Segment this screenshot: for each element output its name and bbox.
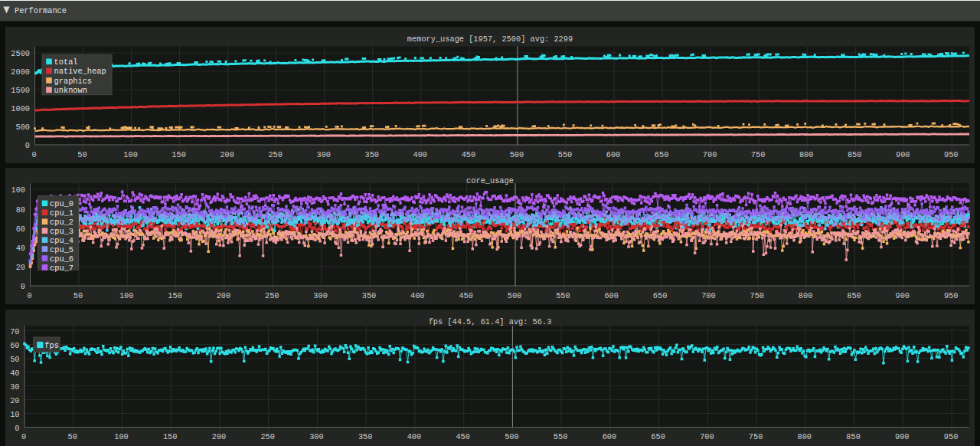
svg-text:unknown: unknown [54,86,87,95]
svg-text:50: 50 [10,355,19,364]
svg-text:40: 40 [10,369,19,378]
svg-text:900: 900 [896,150,910,159]
svg-text:100: 100 [119,291,134,300]
svg-text:200: 200 [212,432,227,441]
svg-text:550: 550 [556,291,570,300]
svg-text:350: 350 [365,150,380,159]
svg-text:200: 200 [217,291,231,300]
svg-text:200: 200 [220,150,234,159]
svg-text:1500: 1500 [11,86,30,95]
svg-text:850: 850 [846,432,861,441]
svg-text:750: 750 [749,432,763,441]
svg-text:150: 150 [172,150,186,159]
svg-text:650: 650 [651,432,665,441]
svg-text:core_usage: core_usage [466,176,514,185]
svg-text:800: 800 [799,150,814,159]
svg-text:400: 400 [407,432,422,441]
svg-text:0: 0 [21,432,26,441]
svg-text:40: 40 [16,244,25,253]
svg-text:2000: 2000 [11,67,30,77]
svg-text:600: 600 [604,291,619,300]
svg-text:memory_usage [1957, 2500] avg:: memory_usage [1957, 2500] avg: 2299 [407,34,573,44]
svg-text:850: 850 [848,150,862,159]
svg-text:cpu_7: cpu_7 [50,264,74,273]
svg-text:20: 20 [16,263,25,272]
svg-text:300: 300 [309,432,324,441]
svg-text:750: 750 [750,291,765,300]
svg-text:0: 0 [27,291,31,300]
svg-text:300: 300 [317,150,332,159]
svg-text:30: 30 [10,382,19,392]
svg-text:fps [44.5, 61.4] avg: 56.3: fps [44.5, 61.4] avg: 56.3 [429,317,552,326]
svg-text:550: 550 [558,150,573,159]
svg-text:100: 100 [114,432,129,441]
svg-text:60: 60 [16,225,25,234]
svg-text:cpu_3: cpu_3 [50,227,74,236]
svg-text:cpu_2: cpu_2 [50,218,74,227]
svg-text:800: 800 [798,432,812,441]
svg-text:950: 950 [944,150,959,159]
svg-text:400: 400 [413,150,428,159]
svg-text:450: 450 [459,291,473,300]
svg-text:cpu_4: cpu_4 [50,236,74,245]
svg-text:900: 900 [895,432,910,441]
svg-text:2500: 2500 [11,49,30,58]
svg-text:0: 0 [21,282,25,291]
svg-text:750: 750 [751,150,766,159]
svg-text:150: 150 [168,291,182,300]
svg-text:600: 600 [603,432,617,441]
svg-text:450: 450 [456,432,470,441]
svg-text:10: 10 [10,410,19,419]
svg-text:80: 80 [16,205,25,215]
svg-text:cpu_6: cpu_6 [50,254,74,264]
svg-text:650: 650 [653,291,668,300]
svg-text:700: 700 [703,150,717,159]
svg-text:650: 650 [655,150,669,159]
svg-text:700: 700 [700,432,714,441]
svg-text:250: 250 [260,432,275,441]
svg-text:fps: fps [44,341,59,350]
svg-text:850: 850 [847,291,861,300]
svg-text:total: total [54,57,78,67]
svg-text:70: 70 [10,327,19,336]
svg-text:20: 20 [10,396,19,405]
svg-text:Performance: Performance [15,6,67,15]
svg-text:500: 500 [15,123,30,132]
svg-text:500: 500 [508,291,522,300]
svg-text:50: 50 [74,291,83,300]
svg-text:250: 250 [265,291,279,300]
svg-text:950: 950 [944,432,959,441]
svg-text:0: 0 [15,424,19,433]
svg-text:450: 450 [462,150,476,159]
svg-text:350: 350 [362,291,377,300]
svg-text:1000: 1000 [11,104,30,113]
svg-text:700: 700 [701,291,716,300]
svg-text:cpu_5: cpu_5 [50,245,74,254]
svg-text:150: 150 [163,432,178,441]
svg-text:600: 600 [606,150,621,159]
svg-text:800: 800 [799,291,813,300]
svg-text:500: 500 [510,150,524,159]
svg-text:60: 60 [10,341,19,350]
svg-text:cpu_1: cpu_1 [50,208,74,218]
svg-text:0: 0 [31,150,36,159]
svg-text:400: 400 [410,291,425,300]
svg-text:350: 350 [358,432,373,441]
svg-text:0: 0 [25,141,30,150]
svg-text:100: 100 [11,185,25,195]
svg-text:300: 300 [313,291,328,300]
svg-text:50: 50 [68,432,77,441]
svg-text:250: 250 [268,150,283,159]
svg-text:500: 500 [505,432,519,441]
svg-text:900: 900 [896,291,910,300]
svg-text:cpu_0: cpu_0 [50,199,74,208]
svg-text:100: 100 [123,150,138,159]
svg-text:native_heap: native_heap [54,67,106,76]
svg-text:50: 50 [77,150,87,159]
svg-text:550: 550 [554,432,568,441]
svg-text:950: 950 [944,291,959,300]
svg-text:graphics: graphics [54,77,92,86]
